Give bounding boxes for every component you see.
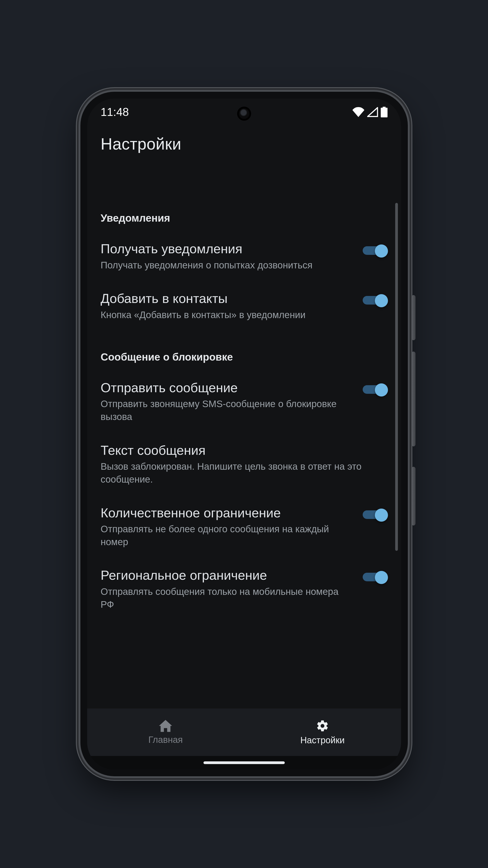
section-header-notifications: Уведомления <box>101 212 388 224</box>
gesture-bar[interactable] <box>87 756 401 770</box>
gear-icon <box>316 719 329 733</box>
nav-label: Настройки <box>300 735 345 745</box>
side-button <box>412 351 416 446</box>
side-button <box>412 295 416 340</box>
device-frame: 11:48 Настройки Уведомления <box>80 92 408 776</box>
setting-desc: Отправлять сообщения только на мобильные… <box>101 585 354 611</box>
setting-title: Текст сообщения <box>101 442 388 458</box>
home-icon <box>159 720 172 732</box>
page-title: Настройки <box>101 135 388 153</box>
setting-add-to-contacts[interactable]: Добавить в контакты Кнопка «Добавить в к… <box>101 283 388 333</box>
setting-title: Региональное ограничение <box>101 567 354 583</box>
cellular-icon <box>367 107 378 117</box>
setting-title: Отправить сообщение <box>101 380 354 396</box>
setting-desc: Вызов заблокирован. Напишите цель звонка… <box>101 460 388 486</box>
nav-home[interactable]: Главная <box>87 709 244 756</box>
setting-message-text[interactable]: Текст сообщения Вызов заблокирован. Напи… <box>101 435 388 497</box>
setting-title: Добавить в контакты <box>101 290 354 306</box>
status-icons <box>352 106 388 118</box>
toggle-receive-notifications[interactable] <box>363 244 388 257</box>
setting-quantity-limit[interactable]: Количественное ограничение Отправлять не… <box>101 497 388 560</box>
scrollbar[interactable] <box>395 203 398 551</box>
section-header-block-message: Сообщение о блокировке <box>101 351 388 363</box>
setting-send-message[interactable]: Отправить сообщение Отправить звонящему … <box>101 372 388 435</box>
nav-settings[interactable]: Настройки <box>244 709 401 756</box>
toggle-add-to-contacts[interactable] <box>363 294 388 306</box>
front-camera <box>239 108 249 119</box>
side-button <box>412 467 416 526</box>
setting-title: Получать уведомления <box>101 241 354 257</box>
setting-title: Количественное ограничение <box>101 505 354 521</box>
setting-desc: Получать уведомления о попытках дозвонит… <box>101 259 354 272</box>
setting-desc: Отправлять не более одного сообщения на … <box>101 523 354 548</box>
appbar: Настройки <box>87 126 401 158</box>
bottom-nav: Главная Настройки <box>87 709 401 756</box>
nav-label: Главная <box>149 735 183 745</box>
toggle-send-message[interactable] <box>363 383 388 396</box>
toggle-region-limit[interactable] <box>363 571 388 583</box>
settings-scroll[interactable]: Уведомления Получать уведомления Получат… <box>87 158 401 709</box>
setting-desc: Кнопка «Добавить в контакты» в уведомлен… <box>101 309 354 321</box>
setting-desc: Отправить звонящему SMS-сообщение о блок… <box>101 398 354 423</box>
setting-receive-notifications[interactable]: Получать уведомления Получать уведомлени… <box>101 233 388 283</box>
wifi-icon <box>352 107 364 117</box>
screen: 11:48 Настройки Уведомления <box>87 98 401 770</box>
setting-region-limit[interactable]: Региональное ограничение Отправлять сооб… <box>101 560 388 622</box>
battery-icon <box>381 106 388 118</box>
toggle-quantity-limit[interactable] <box>363 508 388 521</box>
status-time: 11:48 <box>101 105 129 119</box>
